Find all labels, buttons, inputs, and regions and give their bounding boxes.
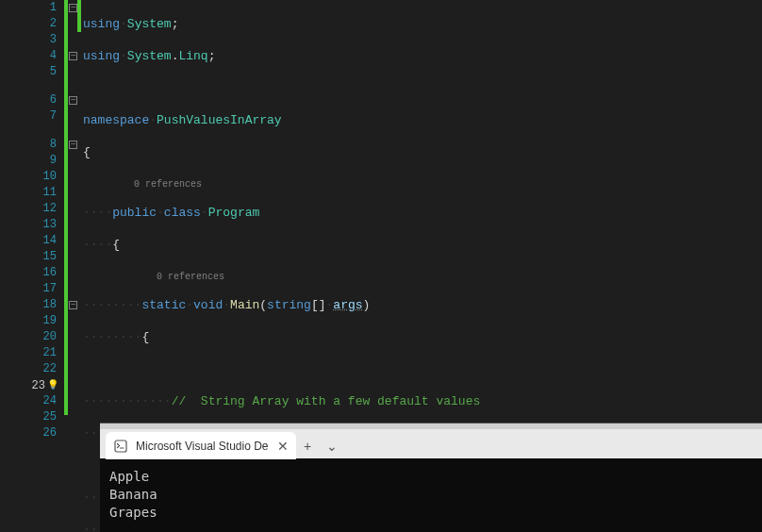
codelens-references[interactable]: 0 references bbox=[83, 176, 762, 189]
console-tab[interactable]: Microsoft Visual Studio Debu ✕ bbox=[106, 432, 296, 459]
console-output: Apple Banana Grapes bbox=[100, 458, 762, 531]
svg-rect-0 bbox=[115, 441, 126, 452]
code-editor[interactable]: 1 2 3 4 5 6 7 8 9 10 11 12 13 14 15 16 1… bbox=[0, 0, 762, 415]
fold-toggle[interactable]: − bbox=[69, 4, 77, 12]
fold-toggle[interactable]: − bbox=[69, 52, 77, 60]
close-icon[interactable]: ✕ bbox=[277, 439, 289, 454]
console-tab-title: Microsoft Visual Studio Debu bbox=[136, 440, 268, 453]
lightbulb-icon[interactable]: 💡 bbox=[47, 377, 57, 393]
codelens-references[interactable]: 0 references bbox=[83, 269, 762, 281]
console-tabstrip: Microsoft Visual Studio Debu ✕ + ⌄ bbox=[100, 424, 762, 458]
line-number-gutter: 1 2 3 4 5 6 7 8 9 10 11 12 13 14 15 16 1… bbox=[0, 0, 64, 415]
terminal-icon bbox=[113, 439, 128, 454]
new-tab-button[interactable]: + bbox=[296, 439, 319, 454]
fold-toggle[interactable]: − bbox=[69, 96, 77, 105]
change-marker bbox=[77, 0, 81, 32]
debug-console-window: Microsoft Visual Studio Debu ✕ + ⌄ Apple… bbox=[100, 423, 762, 532]
fold-toggle[interactable]: − bbox=[69, 301, 77, 309]
change-marker bbox=[64, 0, 68, 415]
fold-toggle[interactable]: − bbox=[69, 141, 77, 149]
code-area[interactable]: − − − − − using·System; using·System.Lin… bbox=[64, 0, 762, 415]
tab-dropdown-button[interactable]: ⌄ bbox=[319, 439, 345, 454]
